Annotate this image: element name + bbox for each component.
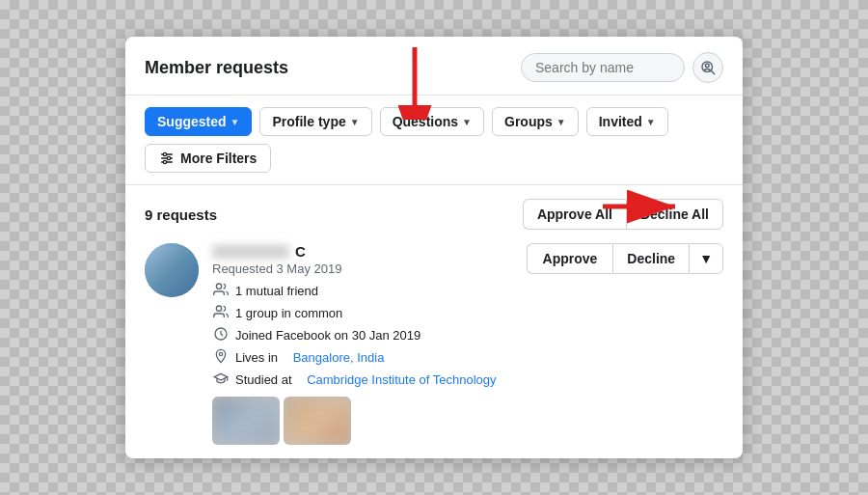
studied-prefix: Studied at: [235, 372, 292, 387]
requests-header: 9 requests Approve All Decline All: [145, 199, 723, 230]
approve-all-button[interactable]: Approve All: [523, 199, 626, 230]
photo-thumb-1: [212, 397, 280, 445]
mutual-friends-icon: [212, 282, 230, 300]
school-link[interactable]: Cambridge Institute of Technology: [307, 372, 496, 387]
svg-point-1: [705, 64, 709, 68]
mutual-friends-text: 1 mutual friend: [235, 284, 318, 298]
groups-filter-btn[interactable]: Groups ▼: [492, 107, 579, 136]
svg-point-7: [163, 160, 166, 163]
profile-type-filter-btn[interactable]: Profile type ▼: [259, 107, 371, 136]
svg-point-13: [216, 306, 221, 311]
card-title: Member requests: [145, 58, 288, 78]
search-input[interactable]: [521, 53, 685, 82]
member-avatar: [145, 243, 199, 297]
bulk-action-buttons: Approve All Decline All: [523, 199, 723, 230]
svg-point-15: [219, 352, 222, 355]
photo-blur-1: [212, 397, 280, 445]
member-row: C Requested 3 May 2019 1 mutual friend: [145, 243, 723, 445]
location-icon: [212, 348, 230, 367]
photo-blur-2: [284, 397, 351, 445]
invited-filter-btn[interactable]: Invited ▼: [586, 107, 668, 136]
invited-chevron-icon: ▼: [646, 117, 656, 127]
member-actions: Approve Decline ▼: [527, 243, 723, 274]
photo-thumb-2: [284, 397, 351, 445]
approve-button[interactable]: Approve: [527, 243, 613, 274]
groups-chevron-icon: ▼: [556, 117, 566, 127]
main-content: 9 requests Approve All Decline All: [125, 185, 743, 458]
search-container: [521, 52, 723, 83]
suggested-chevron-icon: ▼: [231, 117, 240, 127]
svg-point-12: [216, 284, 221, 289]
member-requests-card: Member requests Suggested ▼: [125, 37, 743, 458]
svg-point-5: [163, 152, 166, 155]
joined-facebook-item: Joined Facebook on 30 Jan 2019: [212, 326, 513, 344]
groups-common-text: 1 group in common: [235, 306, 342, 320]
lives-in-prefix: Lives in: [235, 350, 278, 365]
groups-icon: [212, 304, 230, 322]
person-search-icon: [699, 59, 717, 76]
member-name-letter: C: [295, 243, 306, 260]
member-avatar-container: [145, 243, 199, 297]
decline-dropdown-btn[interactable]: ▼: [689, 243, 723, 274]
suggested-filter-btn[interactable]: Suggested ▼: [145, 107, 252, 136]
clock-icon: [212, 326, 230, 344]
member-details: 1 mutual friend 1 group in common: [212, 282, 513, 389]
avatar-blur: [145, 243, 199, 297]
photo-strip: [212, 397, 513, 445]
filters-row-wrapper: Suggested ▼ Profile type ▼ Questions ▼ G…: [125, 96, 743, 185]
approve-decline-group: Approve Decline ▼: [527, 243, 723, 274]
card-header: Member requests: [125, 37, 743, 96]
member-name-blurred: [212, 245, 289, 259]
location-item: Lives in Bangalore, India: [212, 348, 513, 367]
sliders-icon: [159, 151, 175, 166]
requests-count: 9 requests: [145, 206, 217, 223]
search-by-name-icon-btn[interactable]: [692, 52, 723, 83]
decline-dropdown-chevron-icon: ▼: [699, 251, 713, 266]
questions-filter-btn[interactable]: Questions ▼: [380, 107, 484, 136]
groups-common-item: 1 group in common: [212, 304, 513, 322]
education-icon: [212, 371, 230, 389]
mutual-friends-item: 1 mutual friend: [212, 282, 513, 300]
member-info: C Requested 3 May 2019 1 mutual friend: [212, 243, 513, 445]
member-name-row: C: [212, 243, 513, 260]
more-filters-btn[interactable]: More Filters: [145, 144, 271, 173]
filters-row: Suggested ▼ Profile type ▼ Questions ▼ G…: [125, 96, 743, 185]
decline-all-button[interactable]: Decline All: [626, 199, 723, 230]
member-request-date: Requested 3 May 2019: [212, 261, 513, 276]
questions-chevron-icon: ▼: [462, 117, 472, 127]
joined-facebook-text: Joined Facebook on 30 Jan 2019: [235, 328, 420, 343]
svg-point-6: [167, 156, 170, 159]
decline-button[interactable]: Decline: [612, 243, 689, 274]
education-item: Studied at Cambridge Institute of Techno…: [212, 371, 513, 389]
profile-type-chevron-icon: ▼: [350, 117, 360, 127]
location-link[interactable]: Bangalore, India: [293, 350, 385, 365]
